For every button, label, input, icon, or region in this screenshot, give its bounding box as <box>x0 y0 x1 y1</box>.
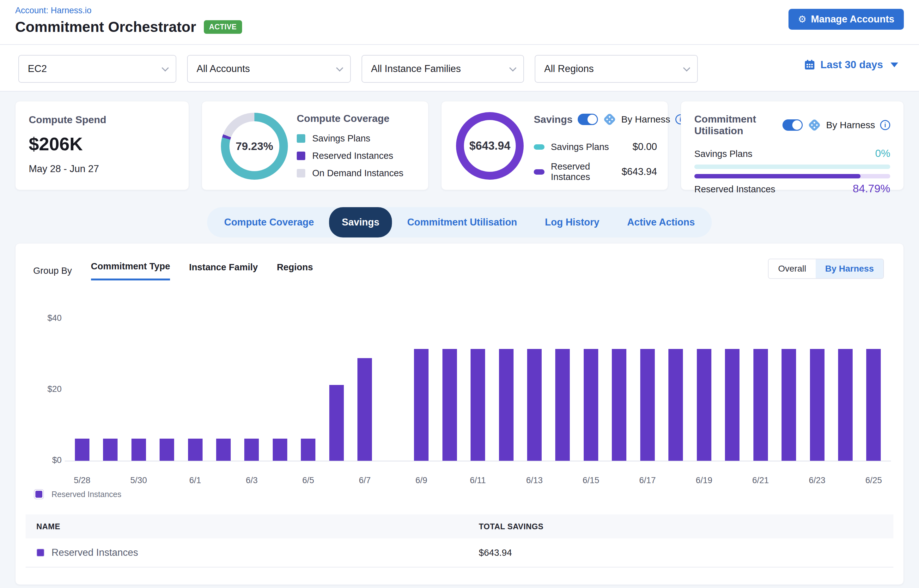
x-tick-label <box>492 476 520 485</box>
bar-slot <box>718 319 746 461</box>
savings-total: $643.94 <box>456 112 524 180</box>
date-range-value: Last 30 days <box>820 59 883 71</box>
savings-table: NAME TOTAL SAVINGS Reserved Instances $6… <box>26 514 893 567</box>
overall-byharness-toggle: Overall By Harness <box>768 258 884 279</box>
x-tick-label <box>379 476 407 485</box>
bar-6/2[interactable] <box>216 439 231 461</box>
commitment-utilisation-title: Commitment Utilisation <box>694 113 777 137</box>
section-tabs: Compute Coverage Savings Commitment Util… <box>207 207 712 237</box>
x-tick-label: 6/19 <box>690 476 718 485</box>
bar-6/25[interactable] <box>866 349 881 461</box>
bar-6/14[interactable] <box>555 349 570 461</box>
column-header-total-savings: TOTAL SAVINGS <box>479 522 893 531</box>
bar-5/30[interactable] <box>131 439 146 461</box>
bar-slot <box>294 319 323 461</box>
bar-6/24[interactable] <box>838 349 853 461</box>
bar-slot <box>68 319 96 461</box>
reserved-instances-legend-checkbox[interactable] <box>34 489 44 499</box>
by-harness-label: By Harness <box>621 114 670 125</box>
bar-6/21[interactable] <box>754 349 768 461</box>
savings-plans-swatch <box>297 134 305 143</box>
bar-6/6[interactable] <box>329 385 344 461</box>
bar-slot <box>96 319 124 461</box>
bar-slot <box>746 319 775 461</box>
x-tick-label <box>549 476 577 485</box>
savings-title: Savings <box>534 114 573 125</box>
bar-6/4[interactable] <box>273 439 287 461</box>
group-by-instance-family[interactable]: Instance Family <box>189 262 258 279</box>
tab-compute-coverage[interactable]: Compute Coverage <box>211 207 326 237</box>
tab-commitment-utilisation[interactable]: Commitment Utilisation <box>394 207 530 237</box>
bar-6/16[interactable] <box>612 349 626 461</box>
service-filter-select[interactable]: EC2 <box>18 55 176 83</box>
table-row[interactable]: Reserved Instances $643.94 <box>26 538 893 567</box>
bar-slot <box>351 319 379 461</box>
bar-slot <box>577 319 605 461</box>
bar-6/12[interactable] <box>499 349 514 461</box>
accounts-filter-select[interactable]: All Accounts <box>187 55 351 83</box>
x-tick-label <box>775 476 803 485</box>
savings-row-label: Savings Plans <box>551 142 609 152</box>
reserved-instances-progress-bar <box>694 174 890 178</box>
title-row: Commitment Orchestrator ACTIVE <box>15 18 242 36</box>
bar-slot <box>492 319 520 461</box>
bar-6/11[interactable] <box>470 349 485 461</box>
x-axis-line <box>65 461 891 461</box>
instance-families-filter-select[interactable]: All Instance Families <box>361 55 524 83</box>
savings-plans-pill <box>534 144 545 150</box>
bar-6/22[interactable] <box>781 349 796 461</box>
date-range-picker[interactable]: Last 30 days <box>804 59 898 71</box>
commitment-utilisation-card: Commitment Utilisation By Harness i <box>681 101 904 190</box>
bar-slot <box>181 319 209 461</box>
bar-slot <box>803 319 831 461</box>
regions-filter-select[interactable]: All Regions <box>535 55 698 83</box>
x-tick-label: 6/3 <box>238 476 266 485</box>
column-header-name: NAME <box>26 522 479 531</box>
bar-5/29[interactable] <box>103 439 118 461</box>
x-tick-label: 6/25 <box>860 476 888 485</box>
bar-6/10[interactable] <box>442 349 457 461</box>
bar-6/1[interactable] <box>188 439 203 461</box>
x-tick-label <box>718 476 746 485</box>
bar-slot <box>323 319 350 461</box>
by-harness-toggle[interactable] <box>578 114 598 125</box>
compute-coverage-card: 79.23% Compute Coverage Savings Plans Re… <box>202 101 428 190</box>
account-breadcrumb[interactable]: Account: Harness.io <box>15 6 92 16</box>
bar-6/9[interactable] <box>414 349 428 461</box>
manage-accounts-label: Manage Accounts <box>811 14 894 25</box>
x-tick-label: 6/21 <box>746 476 775 485</box>
bar-slot <box>125 319 152 461</box>
summary-cards: Compute Spend $206K May 28 - Jun 27 79.2… <box>15 101 904 190</box>
bar-6/18[interactable] <box>668 349 683 461</box>
by-harness-label: By Harness <box>826 120 875 131</box>
bar-slot <box>775 319 803 461</box>
bar-5/31[interactable] <box>160 439 174 461</box>
bar-6/17[interactable] <box>640 349 655 461</box>
bar-slot <box>690 319 718 461</box>
tab-active-actions[interactable]: Active Actions <box>615 207 708 237</box>
tab-log-history[interactable]: Log History <box>532 207 612 237</box>
segment-by-harness[interactable]: By Harness <box>816 259 883 278</box>
legend-label: Reserved Instances <box>312 151 393 161</box>
bar-6/5[interactable] <box>301 439 315 461</box>
segment-overall[interactable]: Overall <box>768 259 816 278</box>
bar-6/15[interactable] <box>584 349 598 461</box>
bar-6/3[interactable] <box>244 439 259 461</box>
x-tick-label <box>266 476 294 485</box>
x-tick-label <box>662 476 690 485</box>
group-by-commitment-type[interactable]: Commitment Type <box>91 261 170 280</box>
bar-6/13[interactable] <box>527 349 542 461</box>
group-by-regions[interactable]: Regions <box>277 262 313 279</box>
manage-accounts-button[interactable]: ⚙ Manage Accounts <box>788 9 904 30</box>
by-harness-toggle[interactable] <box>783 120 803 131</box>
bar-6/20[interactable] <box>725 349 739 461</box>
bar-6/19[interactable] <box>697 349 712 461</box>
bar-5/28[interactable] <box>75 439 89 461</box>
x-tick-label: 6/7 <box>351 476 379 485</box>
info-icon[interactable]: i <box>880 120 890 130</box>
x-tick-label: 6/13 <box>520 476 548 485</box>
tab-savings[interactable]: Savings <box>329 207 392 237</box>
bar-6/23[interactable] <box>810 349 825 461</box>
legend-item-savings-plans: Savings Plans <box>297 133 419 144</box>
bar-6/7[interactable] <box>357 358 372 461</box>
